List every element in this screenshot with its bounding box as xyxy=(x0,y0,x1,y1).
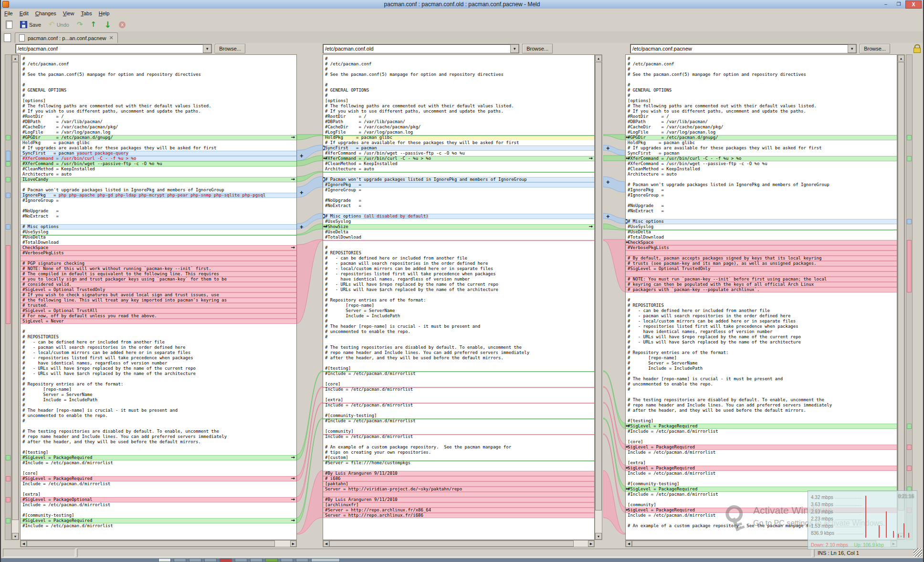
menu-tabs[interactable]: Tabs xyxy=(77,10,95,17)
scrollbar-left-pane[interactable]: ▲ ▼ xyxy=(11,54,19,540)
next-change-button[interactable]: ↓ xyxy=(101,20,114,30)
diff-map-block[interactable] xyxy=(6,497,10,502)
diff-map-block[interactable] xyxy=(6,245,10,324)
maximize-button[interactable]: ❐ xyxy=(892,0,905,8)
close-button[interactable]: X xyxy=(905,0,922,9)
browse-button-right[interactable]: Browse... xyxy=(860,44,890,53)
redo-button[interactable]: ↷ xyxy=(74,20,86,30)
menu-edit[interactable]: Edit xyxy=(16,10,32,17)
push-change-right-arrow[interactable]: → xyxy=(291,177,295,182)
minimize-button[interactable]: – xyxy=(880,0,892,8)
push-change-right-arrow[interactable]: → xyxy=(291,135,295,140)
diff-map-block[interactable] xyxy=(907,424,912,429)
file-path-combo-right[interactable]: /etc/pacman.conf.pacnew ▼ xyxy=(630,44,857,53)
diff-map-block[interactable] xyxy=(6,177,10,182)
diff-map-block[interactable] xyxy=(6,161,10,167)
pane-text-2[interactable]: ## /etc/pacman.conf## See the pacman.con… xyxy=(625,54,897,540)
push-change-left-arrow[interactable]: ← xyxy=(323,224,327,229)
merge-corner-icons[interactable]: ↰↲ xyxy=(323,146,327,151)
undo-button[interactable]: ↶ Undo xyxy=(46,20,72,30)
scroll-left-icon[interactable]: ◀ xyxy=(626,541,632,547)
merge-action-icon[interactable]: + xyxy=(300,152,304,159)
push-change-right-arrow[interactable]: → xyxy=(291,245,295,250)
scroll-up-icon[interactable]: ▲ xyxy=(595,55,602,62)
diff-map-right[interactable] xyxy=(906,54,913,540)
merge-action-icon[interactable]: + xyxy=(606,145,610,152)
diff-map-block[interactable] xyxy=(6,151,10,161)
scrollbar-middle-pane[interactable]: ▲ ▼ xyxy=(595,54,602,540)
merge-action-icon[interactable]: + xyxy=(300,189,304,196)
chevron-down-icon[interactable]: ▼ xyxy=(203,44,211,53)
lock-icon[interactable] xyxy=(913,44,920,52)
scroll-down-icon[interactable]: ▼ xyxy=(595,533,602,540)
push-change-right-arrow[interactable]: → xyxy=(589,224,593,229)
push-change-left-arrow[interactable]: ← xyxy=(626,423,630,428)
comparison-tab[interactable]: pacman.conf : p...an.conf.pacnew ✕ xyxy=(15,32,118,43)
previous-change-button[interactable]: ↑ xyxy=(88,20,100,30)
push-change-left-arrow[interactable]: ← xyxy=(626,465,630,470)
diff-map-block[interactable] xyxy=(907,156,912,161)
file-path-combo-middle[interactable]: /etc/pacman.conf.old ▼ xyxy=(323,44,519,53)
menu-help[interactable]: Help xyxy=(95,10,113,17)
diff-map-left[interactable] xyxy=(5,54,11,540)
taskbar[interactable] xyxy=(1,558,923,562)
scrollbar-thumb[interactable] xyxy=(12,62,19,520)
tab-close-icon[interactable]: ✕ xyxy=(109,35,114,41)
browse-button-left[interactable]: Browse... xyxy=(215,44,245,53)
diff-map-block[interactable] xyxy=(6,193,10,198)
merge-corner-icons[interactable]: ↰↲ xyxy=(625,219,630,224)
pane-text-1[interactable]: ## /etc/pacman.conf## See the pacman.con… xyxy=(323,54,595,540)
menu-view[interactable]: View xyxy=(60,10,78,17)
diff-map-block[interactable] xyxy=(907,219,912,224)
file-path-combo-left[interactable]: /etc/pacman.conf ▼ xyxy=(15,44,212,53)
push-change-left-arrow[interactable]: ← xyxy=(626,156,630,161)
chevron-down-icon[interactable]: ▼ xyxy=(510,44,519,53)
scroll-left-icon[interactable]: ◀ xyxy=(323,541,329,547)
diff-map-block[interactable] xyxy=(907,466,912,471)
merge-action-icon[interactable]: + xyxy=(606,213,610,220)
push-change-right-arrow[interactable]: → xyxy=(291,455,295,460)
merge-corner-icons[interactable]: ↰↲ xyxy=(323,214,327,219)
scroll-left-icon[interactable]: ◀ xyxy=(21,541,27,547)
push-change-left-arrow[interactable]: ← xyxy=(626,507,630,512)
new-comparison-button[interactable] xyxy=(3,19,15,30)
diff-map-block[interactable] xyxy=(6,476,10,481)
diff-map-block[interactable] xyxy=(6,518,10,523)
scroll-up-icon[interactable]: ▲ xyxy=(898,55,904,62)
push-change-right-arrow[interactable]: → xyxy=(589,156,593,161)
push-change-left-arrow[interactable]: ← xyxy=(626,486,630,491)
push-change-right-arrow[interactable]: → xyxy=(291,518,295,523)
push-change-left-arrow[interactable]: ← xyxy=(626,444,630,449)
diff-map-block[interactable] xyxy=(6,224,10,229)
merge-action-icon[interactable]: + xyxy=(300,223,304,230)
push-change-right-arrow[interactable]: → xyxy=(291,476,295,481)
menu-changes[interactable]: Changes xyxy=(32,10,60,17)
scroll-right-icon[interactable]: ▶ xyxy=(290,541,296,547)
merge-corner-icons[interactable]: ↰↲ xyxy=(323,177,327,182)
title-bar[interactable]: pacman.conf : pacman.conf.old : pacman.c… xyxy=(1,0,923,9)
hscrollbar-left[interactable]: ◀ ▶ xyxy=(20,540,297,547)
push-change-left-arrow[interactable]: ← xyxy=(323,156,327,161)
push-change-left-arrow[interactable]: ← xyxy=(626,239,630,245)
scrollbar-right-pane[interactable]: ▲ ▼ xyxy=(897,54,905,540)
diff-map-block[interactable] xyxy=(907,445,912,450)
diff-map-block[interactable] xyxy=(6,135,10,140)
scrollbar-thumb[interactable] xyxy=(329,541,574,547)
scrollbar-thumb[interactable] xyxy=(595,62,602,510)
save-button[interactable]: Save xyxy=(17,20,44,30)
menu-file[interactable]: File xyxy=(1,10,16,17)
scroll-up-icon[interactable]: ▲ xyxy=(12,55,19,62)
pane-text-0[interactable]: ## /etc/pacman.conf## See the pacman.con… xyxy=(20,54,297,540)
diff-map-block[interactable] xyxy=(907,135,912,140)
diff-map-block[interactable] xyxy=(6,455,10,460)
chevron-down-icon[interactable]: ▼ xyxy=(848,44,856,53)
diff-map-block[interactable] xyxy=(907,240,912,292)
scrollbar-thumb[interactable] xyxy=(898,62,904,510)
hscrollbar-middle[interactable]: ◀ ▶ xyxy=(323,540,595,547)
push-change-left-arrow[interactable]: ← xyxy=(626,135,630,140)
browse-button-middle[interactable]: Browse... xyxy=(522,44,553,53)
stop-button[interactable]: X xyxy=(116,20,128,30)
push-change-right-arrow[interactable]: → xyxy=(291,497,295,502)
scrollbar-thumb[interactable] xyxy=(27,541,275,547)
scroll-down-icon[interactable]: ▼ xyxy=(12,533,19,540)
